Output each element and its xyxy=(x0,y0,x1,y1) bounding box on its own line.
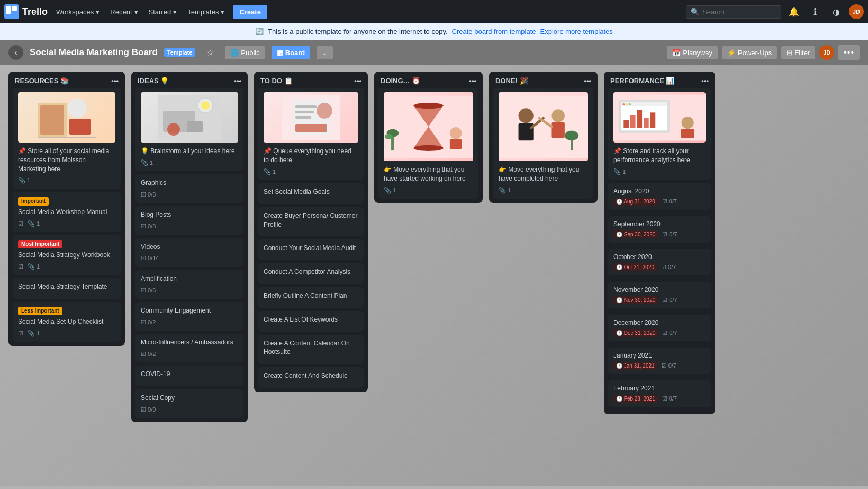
card-august-2020[interactable]: August 2020 🕐 Aug 31, 2020 ☑ 0/7 xyxy=(608,183,711,210)
card-influencers[interactable]: Micro-Influencers / Ambassadors ☑ 0/2 xyxy=(135,334,243,362)
powerups-button[interactable]: ⚡ Power-Ups xyxy=(722,46,777,59)
perf-date-november: 🕐 Nov 30, 2020 xyxy=(613,296,658,304)
recent-button[interactable]: Recent ▾ xyxy=(106,6,142,18)
card-amplification[interactable]: Amplification ☑ 0/6 xyxy=(135,270,243,299)
card-competitor-analysis[interactable]: Conduct A Competitor Analysis xyxy=(258,263,364,284)
card-image-todo xyxy=(264,92,358,143)
checklist-count-blog: ☑ 0/8 xyxy=(141,223,156,230)
notification-bell-button[interactable]: 🔔 xyxy=(785,3,802,20)
column-menu-icon-todo[interactable]: ••• xyxy=(354,77,361,85)
app-logo[interactable]: Trello xyxy=(4,4,48,19)
card-october-2020[interactable]: October 2020 🕐 Oct 31, 2020 ☑ 0/7 xyxy=(608,249,711,275)
card-content-plan[interactable]: Briefly Outline A Content Plan xyxy=(258,287,364,308)
theme-button[interactable]: ◑ xyxy=(828,3,845,20)
ideas-illustration xyxy=(158,95,221,140)
column-menu-icon[interactable]: ••• xyxy=(111,77,119,85)
card-strategy-workbook[interactable]: Most Important Social Media Strategy Wor… xyxy=(13,235,121,275)
card-doing-main[interactable]: 👉 Move everything that you have started … xyxy=(378,88,478,199)
filter-button[interactable]: ⊟ Filter xyxy=(781,46,815,59)
card-todo-main[interactable]: 📌 Queue everything you need to do here 📎… xyxy=(258,88,364,180)
card-title-strategy-template: Social Media Strategy Template xyxy=(18,282,115,291)
public-button[interactable]: 🌐 Public xyxy=(225,46,265,59)
avatar[interactable]: JD xyxy=(849,4,864,19)
card-november-2020[interactable]: November 2020 🕐 Nov 30, 2020 ☑ 0/7 xyxy=(608,282,711,308)
perf-date-september: 🕐 Sep 30, 2020 xyxy=(613,230,658,238)
card-workshop-manual[interactable]: Important Social Media Workshop Manual ☑… xyxy=(13,192,121,232)
card-performance-main[interactable]: 📌 Store and track all your performance a… xyxy=(608,88,711,180)
card-meta-setup: ☑ 📎 1 xyxy=(18,330,115,337)
star-button[interactable]: ☆ xyxy=(202,44,219,61)
explore-templates-link[interactable]: Explore more templates xyxy=(540,28,613,35)
starred-button[interactable]: Starred ▾ xyxy=(144,6,182,18)
create-board-from-template-link[interactable]: Create board from template xyxy=(452,28,536,35)
done-illustration xyxy=(499,94,588,160)
card-graphics[interactable]: Graphics ☑ 0/8 xyxy=(135,174,243,203)
perf-count-january: ☑ 0/7 xyxy=(662,362,676,369)
svg-point-24 xyxy=(450,127,462,139)
more-button[interactable]: ••• xyxy=(838,45,860,60)
card-social-audit[interactable]: Conduct Your Social Media Audit xyxy=(258,239,364,260)
search-box[interactable]: 🔍 xyxy=(686,5,781,19)
card-blog-posts[interactable]: Blog Posts ☑ 0/8 xyxy=(135,206,243,235)
templates-button[interactable]: Templates ▾ xyxy=(183,6,229,18)
card-meta-videos: ☑ 0/14 xyxy=(141,254,238,262)
card-covid[interactable]: COVID-19 xyxy=(135,366,243,386)
card-strategy-template[interactable]: Social Media Strategy Template xyxy=(13,278,121,299)
column-menu-icon-done[interactable]: ••• xyxy=(584,77,591,85)
card-title-buyer-persona: Create Buyer Persona/ Customer Profile xyxy=(264,211,358,229)
card-keywords[interactable]: Create A List Of Keywords xyxy=(258,311,364,332)
perf-date-october: 🕐 Oct 31, 2020 xyxy=(613,263,657,271)
card-buyer-persona[interactable]: Create Buyer Persona/ Customer Profile xyxy=(258,207,364,237)
card-hootsuite[interactable]: Create A Content Calendar On Hootsuite xyxy=(258,335,364,364)
card-meta-amplification: ☑ 0/6 xyxy=(141,287,238,295)
column-ideas: IDEAS 💡 ••• 💡 Brainstorm all your ideas … xyxy=(131,72,248,422)
checklist-count-amplification: ☑ 0/6 xyxy=(141,287,156,295)
search-input[interactable] xyxy=(702,8,776,16)
card-december-2020[interactable]: December 2020 🕐 Dec 31, 2020 ☑ 0/7 xyxy=(608,315,711,341)
card-meta-influencers: ☑ 0/2 xyxy=(141,350,238,358)
svg-point-23 xyxy=(413,145,443,150)
board-header-right: 📅 Planyway ⚡ Power-Ups ⊟ Filter JD ••• xyxy=(667,45,860,60)
back-button[interactable]: ‹ xyxy=(8,45,23,60)
card-january-2021[interactable]: January 2021 🕐 Jan 31, 2021 ☑ 0/7 xyxy=(608,348,711,374)
card-community-engagement[interactable]: Community Engagement ☑ 0/2 xyxy=(135,302,243,331)
column-header-resources: RESOURCES 📚 ••• xyxy=(8,72,125,88)
column-menu-icon-performance[interactable]: ••• xyxy=(701,77,709,85)
checklist-count-community: ☑ 0/2 xyxy=(141,318,156,326)
attachment-count-done: 📎 1 xyxy=(499,186,511,194)
create-button[interactable]: Create xyxy=(233,5,267,19)
member-avatar[interactable]: JD xyxy=(819,45,834,60)
svg-rect-41 xyxy=(623,120,629,128)
card-title-influencers: Micro-Influencers / Ambassadors xyxy=(141,338,238,347)
card-resources-main[interactable]: 📌 Store all of your social media resourc… xyxy=(13,88,121,189)
column-title-todo: TO DO 📋 xyxy=(260,77,293,85)
workspaces-button[interactable]: Workspaces ▾ xyxy=(52,6,104,18)
column-menu-icon-ideas[interactable]: ••• xyxy=(234,77,241,85)
card-meta-graphics: ☑ 0/8 xyxy=(141,191,238,199)
card-create-schedule[interactable]: Create Content And Schedule xyxy=(258,367,364,388)
info-button[interactable]: ℹ xyxy=(807,3,824,20)
card-set-goals[interactable]: Set Social Media Goals xyxy=(258,183,364,204)
card-ideas-main[interactable]: 💡 Brainstorm all your ideas here 📎 1 xyxy=(135,88,243,171)
svg-rect-31 xyxy=(519,123,534,140)
card-setup-checklist[interactable]: Less Important Social Media Set-Up Check… xyxy=(13,302,121,342)
card-title-blog: Blog Posts xyxy=(141,210,238,219)
attachment-count-resources: 📎 1 xyxy=(18,176,30,184)
card-text-ideas: 💡 Brainstorm all your ideas here xyxy=(141,147,238,156)
card-videos[interactable]: Videos ☑ 0/14 xyxy=(135,238,243,267)
svg-rect-16 xyxy=(295,124,327,132)
board-tab[interactable]: ▦ Board xyxy=(272,46,311,59)
card-image-doing xyxy=(384,92,473,161)
card-social-copy[interactable]: Social Copy ☑ 0/9 xyxy=(135,389,243,418)
planyway-button[interactable]: 📅 Planyway xyxy=(667,46,718,59)
card-done-main[interactable]: 👉 Move everything that you have complete… xyxy=(493,88,593,199)
card-february-2021[interactable]: February 2021 🕐 Feb 28, 2021 ☑ 0/7 xyxy=(608,380,711,407)
card-meta-resources: 📎 1 xyxy=(18,176,115,184)
view-options-button[interactable]: ⌄ xyxy=(317,46,333,59)
column-menu-icon-doing[interactable]: ••• xyxy=(469,77,476,85)
checklist-count-influencers: ☑ 0/2 xyxy=(141,350,156,358)
card-september-2020[interactable]: September 2020 🕐 Sep 30, 2020 ☑ 0/7 xyxy=(608,216,711,243)
card-title-create-schedule: Create Content And Schedule xyxy=(264,371,358,380)
powerups-icon: ⚡ xyxy=(727,49,736,57)
checklist-count-graphics: ☑ 0/8 xyxy=(141,191,156,199)
